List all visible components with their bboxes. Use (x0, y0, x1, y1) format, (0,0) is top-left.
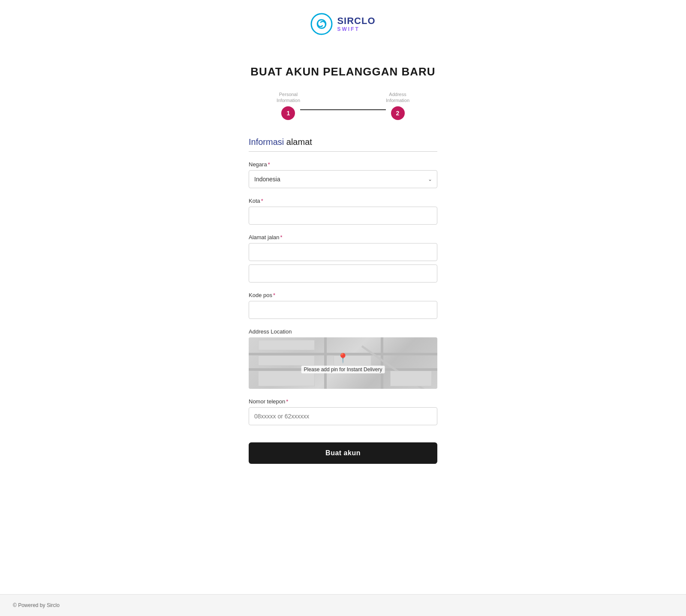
map-pin-icon: 📍 (337, 353, 349, 364)
address-location-label: Address Location (249, 328, 437, 335)
section-title: Informasi alamat (249, 137, 437, 152)
negara-label: Negara* (249, 161, 437, 168)
map-pin-area: 📍 Please add pin for Instant Delivery (301, 353, 385, 373)
kodepos-required: * (273, 292, 275, 298)
kota-field-group: Kota* (249, 198, 437, 225)
step-connector (300, 101, 386, 110)
kota-input[interactable] (249, 207, 437, 225)
map-pin-label: Please add pin for Instant Delivery (301, 366, 385, 373)
footer: © Powered by Sirclo (0, 594, 686, 616)
alamat-input-1[interactable] (249, 243, 437, 261)
map-block-5 (390, 371, 432, 386)
logo-text: SIRCLO SWIFT (337, 16, 375, 32)
header: SIRCLO SWIFT (0, 0, 686, 44)
section-title-plain: alamat (284, 137, 312, 147)
telepon-input[interactable] (249, 407, 437, 425)
map-area[interactable]: 📍 Please add pin for Instant Delivery (249, 337, 437, 389)
step-1-label: Personal Information (277, 91, 300, 104)
submit-button[interactable]: Buat akun (249, 442, 437, 464)
negara-required: * (268, 161, 270, 168)
alamat-input-2[interactable] (249, 264, 437, 282)
alamat-required: * (280, 234, 283, 240)
logo-icon (310, 13, 333, 35)
negara-select-wrapper: Indonesia Malaysia Singapore ⌄ (249, 170, 437, 188)
step-1: Personal Information 1 (277, 91, 300, 120)
logo-swift-text: SWIFT (337, 27, 375, 32)
step-2-circle: 2 (391, 106, 405, 120)
step-1-circle: 1 (281, 106, 295, 120)
kota-required: * (261, 198, 263, 204)
svg-point-0 (311, 14, 332, 34)
section-title-colored: Informasi (249, 137, 284, 147)
map-block-1 (258, 340, 315, 350)
telepon-field-group: Nomor telepon* (249, 398, 437, 425)
kota-label: Kota* (249, 198, 437, 204)
telepon-required: * (286, 398, 288, 405)
kodepos-input[interactable] (249, 301, 437, 319)
telepon-label: Nomor telepon* (249, 398, 437, 405)
negara-select[interactable]: Indonesia Malaysia Singapore (249, 170, 437, 188)
page-title: BUAT AKUN PELANGGAN BARU (250, 65, 435, 78)
form-container: Informasi alamat Negara* Indonesia Malay… (240, 137, 446, 464)
footer-text: © Powered by Sirclo (13, 602, 60, 608)
address-location-group: Address Location (249, 328, 437, 389)
alamat-label: Alamat jalan* (249, 234, 437, 240)
step-2-label: Address Information (386, 91, 409, 104)
stepper: Personal Information 1 Address Informati… (277, 91, 409, 120)
kodepos-field-group: Kode pos* (249, 292, 437, 319)
logo-sirclo-text: SIRCLO (337, 16, 375, 26)
alamat-field-group: Alamat jalan* (249, 234, 437, 282)
logo: SIRCLO SWIFT (310, 13, 375, 35)
negara-field-group: Negara* Indonesia Malaysia Singapore ⌄ (249, 161, 437, 188)
kodepos-label: Kode pos* (249, 292, 437, 298)
map-background: 📍 Please add pin for Instant Delivery (249, 337, 437, 389)
step-2: Address Information 2 (386, 91, 409, 120)
